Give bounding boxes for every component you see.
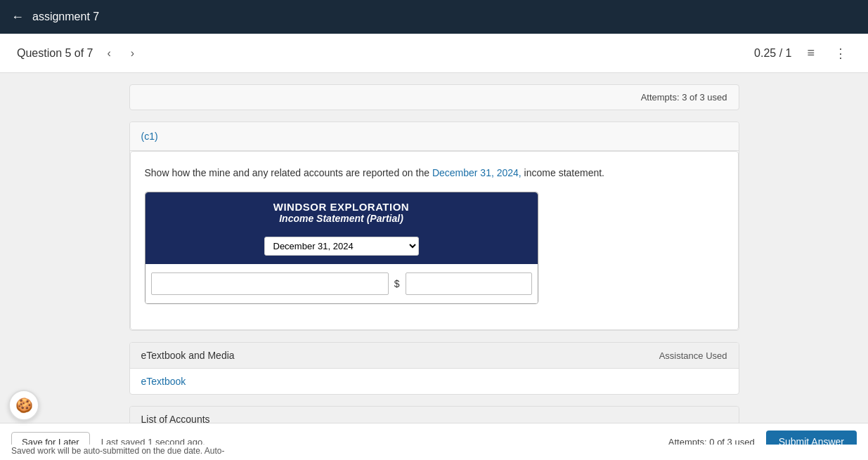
attempts-bar-top: Attempts: 3 of 3 used <box>129 84 739 110</box>
table-input-row: $ <box>145 264 538 303</box>
question-text: Show how the mine and any related accoun… <box>145 166 724 180</box>
score-area: 0.25 / 1 ≡ ⋮ <box>754 43 851 64</box>
more-options-button[interactable]: ⋮ <box>830 43 851 64</box>
etextbook-header: eTextbook and Media Assistance Used <box>130 343 739 369</box>
assistance-used-label: Assistance Used <box>659 350 727 361</box>
statement-type: Income Statement (Partial) <box>157 213 526 224</box>
etextbook-link[interactable]: eTextbook <box>141 376 186 387</box>
back-arrow-button[interactable]: ← <box>11 10 24 25</box>
question-content: Show how the mine and any related accoun… <box>130 151 739 330</box>
next-question-button[interactable]: › <box>125 44 140 63</box>
section-c1-card: (c1) Show how the mine and any related a… <box>129 121 739 331</box>
question-navigation: Question 5 of 7 ‹ › <box>17 44 140 63</box>
main-content: Attempts: 3 of 3 used (c1) Show how the … <box>118 73 751 460</box>
date-select[interactable]: December 31, 2024 December 31, 2023 Dece… <box>264 237 419 256</box>
amount-input[interactable] <box>406 272 532 295</box>
date-highlight: December 31, 2024, <box>432 167 522 178</box>
account-name-input[interactable] <box>151 272 389 295</box>
auto-save-note: Saved work will be auto-submitted on the… <box>0 445 868 460</box>
question-title: Question 5 of 7 <box>17 47 93 60</box>
section-label: (c1) <box>130 122 739 151</box>
list-icon-button[interactable]: ≡ <box>803 43 819 63</box>
etextbook-link-row: eTextbook <box>130 369 739 394</box>
etextbook-section: eTextbook and Media Assistance Used eTex… <box>129 342 739 395</box>
cookie-consent-button[interactable]: 🍪 <box>8 390 39 421</box>
attempts-used-text: Attempts: 3 of 3 used <box>641 92 727 103</box>
cookie-icon: 🍪 <box>15 397 33 414</box>
windsor-table-header: WINDSOR EXPLORATION Income Statement (Pa… <box>145 192 538 232</box>
etextbook-header-label: eTextbook and Media <box>141 350 235 361</box>
question-header: Question 5 of 7 ‹ › 0.25 / 1 ≡ ⋮ <box>0 34 868 73</box>
company-name: WINDSOR EXPLORATION <box>157 201 526 213</box>
top-navigation-bar: ← assignment 7 <box>0 0 868 34</box>
dollar-sign: $ <box>394 278 400 289</box>
assignment-title: assignment 7 <box>32 11 99 23</box>
date-dropdown-row: December 31, 2024 December 31, 2023 Dece… <box>145 232 538 264</box>
score-display: 0.25 / 1 <box>754 47 791 60</box>
prev-question-button[interactable]: ‹ <box>102 44 117 63</box>
